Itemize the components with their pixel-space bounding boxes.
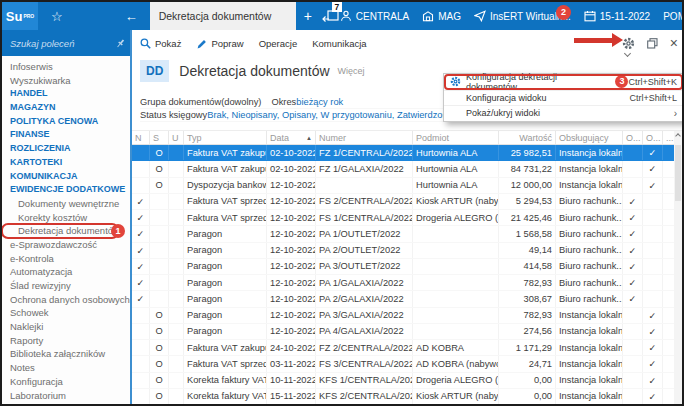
menu-item-konfiguracja-dekretacji-dokument-w[interactable]: Konfiguracja dekretacji dokumentów3Ctrl+… [444,74,683,90]
sidebar-item-konfiguracja[interactable]: Konfiguracja [2,375,132,389]
sidebar-item-dekretacja-dokument-w[interactable]: Dekretacja dokumentów1 [2,224,118,238]
table-row[interactable]: OFaktura VAT zakupu24-10-2022FZ 2/CENTRA… [132,340,682,356]
sidebar-item-lad-rewizyjny[interactable]: Ślad rewizyjny [2,279,132,293]
table-row[interactable]: ✓Paragon12-10-2022PA 1/OUTLET/20221 568,… [132,226,682,242]
column-header-obslugujacy[interactable]: Obsługujący [555,131,622,144]
sidebar-item-komunikacja[interactable]: KOMUNIKACJA [2,170,132,184]
sidebar-item-biblioteka-za-cznik-w[interactable]: Biblioteka załączników [2,347,132,361]
cell-data: 12-10-2022 [266,291,315,306]
back-arrow-icon[interactable]: ← [125,10,138,23]
app-logo[interactable]: SuPRO [2,2,38,30]
column-header-u[interactable]: U [168,131,183,144]
table-row[interactable]: ✓Paragon12-10-2022PA 3/OUTLET/2022414,58… [132,259,682,275]
table-row[interactable]: ✓Paragon12-10-2022PA 1/GALAXIA/2022782,9… [132,275,682,291]
column-header-numer[interactable]: Numer [315,131,412,144]
sidebar-item-ochrona-danych-osobowych[interactable]: Ochrona danych osobowych [2,293,132,307]
sidebar-item-e-kontrola[interactable]: e-Kontrola [2,252,132,266]
table-row[interactable]: ✓Paragon12-10-2022PA 2/GALAXIA/2022308,6… [132,291,682,307]
column-header-o1[interactable]: O... [622,131,642,144]
sidebar-item-finanse[interactable]: FINANSE [2,128,132,142]
pin-icon[interactable] [115,38,126,49]
column-header-wartosc[interactable]: Wartość [498,131,555,144]
menu-item-poka-ukryj-widoki[interactable]: Pokaż/ukryj widoki› [444,105,683,121]
column-header-podmiot[interactable]: Podmiot [412,131,498,144]
annotation-arrow [574,38,612,43]
toolbar: PokażPoprawOperacjeKomunikacja [132,30,682,56]
table-row[interactable]: ODyspozycja bankowa12-10-2022Hurtownia A… [132,178,682,194]
sidebar-item-ewidencje-dodatkowe[interactable]: EWIDENCJE DODATKOWE [2,183,132,197]
sidebar-item-magazyn[interactable]: MAGAZYN [2,101,132,115]
sessions-icon[interactable]: 7 [322,8,340,24]
table-row[interactable]: ✓Faktura VAT sprzedaży12-10-2022FS 1/CEN… [132,210,682,226]
vertical-scrollbar[interactable] [674,131,682,404]
scroll-up-icon[interactable] [675,133,681,139]
cell-n [132,324,149,339]
sidebar-item-dokumenty-wewn-trzne[interactable]: Dokumenty wewnętrzne [2,197,132,211]
table-row[interactable]: OFaktura VAT zakupu02-10-2022FZ 1/CENTRA… [132,145,682,161]
cell-o1: ✓ [622,210,642,225]
sidebar-item-wyszukiwarka[interactable]: Wyszukiwarka [2,74,132,88]
tab-dekretacja-dokumentow[interactable]: Dekretacja dokumentów [150,2,296,30]
sidebar-item-automatyzacja[interactable]: Automatyzacja [2,265,132,279]
sidebar-item-rozliczenia[interactable]: ROZLICZENIA [2,142,132,156]
filter-status-value[interactable]: Brak, Nieopisany, Opisany, W przygotowan… [207,109,459,121]
column-header-o2[interactable]: O... [642,131,662,144]
close-icon[interactable]: × [670,36,678,50]
column-header-n[interactable]: N [132,131,149,144]
sidebar-item-kartoteki[interactable]: KARTOTEKI [2,156,132,170]
table-row[interactable]: ✓Paragon12-10-2022PA 2/OUTLET/202249,14B… [132,243,682,259]
column-header-typ[interactable]: Typ [183,131,266,144]
cell-o1 [622,145,642,160]
cell-o2: ✓ [642,389,662,404]
help-menu[interactable]: POMOC [663,11,684,22]
column-header-dots[interactable]: ... [662,131,674,144]
sidebar-item-e-sprawozdawczo[interactable]: e-Sprawozdawczość [2,238,132,252]
column-header-label: Typ [187,133,202,143]
filter-group-label[interactable]: Grupa dokumentów [140,96,221,108]
toolbar-popraw-button[interactable]: Popraw [196,38,243,49]
filter-okres-label[interactable]: Okres [271,96,296,108]
cell-o1 [622,340,642,355]
menu-item-konfiguracja-widoku[interactable]: Konfiguracja widokuCtrl+Shift+L [444,90,683,106]
scrollbar-thumb[interactable] [675,145,681,201]
sidebar-item-handel[interactable]: HANDEL [2,87,132,101]
sidebar-item-raporty[interactable]: Raporty [2,334,132,348]
cell-numer: PA 1/GALAXIA/2022 [315,275,412,290]
date-menu[interactable]: 15-11-2022 [584,10,650,22]
sidebar-item-infoserwis[interactable]: Infoserwis [2,60,132,74]
title-more-link[interactable]: Więcej [338,66,365,76]
table-row[interactable]: OKorekta faktury VAT s...10-11-2022KFS 1… [132,373,682,389]
table-row[interactable]: ✓Faktura VAT sprzedaży12-10-2022FS 2/CEN… [132,194,682,210]
table-row[interactable]: OKorekta faktury VAT s...15-11-2022KFS 2… [132,389,682,405]
sidebar-item-schowek[interactable]: Schowek [2,306,132,320]
sidebar-item-notes[interactable]: Notes [2,361,132,375]
column-header-data[interactable]: Data▲ [266,131,315,144]
sidebar-item-polityka-cenowa[interactable]: POLITYKA CENOWA [2,115,132,129]
toolbar-poka-button[interactable]: Pokaż [140,38,181,49]
filter-status-label[interactable]: Status księgowy [140,109,207,121]
filter-okres-value[interactable]: bieżący rok [296,96,343,108]
filter-group-value[interactable]: (dowolny) [221,96,261,108]
sidebar-item-korekty-koszt-w[interactable]: Korekty kosztów [2,211,132,225]
menu-shortcut: Ctrl+Shift+L [629,93,677,103]
centrala-menu[interactable]: CENTRALA [340,10,409,22]
restore-window-icon[interactable] [647,38,658,49]
table-row[interactable]: OParagon12-10-2022PA 4/GALAXIA/2022274,5… [132,324,682,340]
toolbar-operacje-button[interactable]: Operacje [259,38,298,49]
table-row[interactable]: OFaktura VAT zakupu02-10-2022FZ 1/GALAXI… [132,161,682,177]
cell-s: O [149,356,168,371]
column-header-s[interactable]: S [149,131,168,144]
toolbar-komunikacja-button[interactable]: Komunikacja [312,38,366,49]
mag-menu[interactable]: MAG [422,10,461,22]
table-row[interactable]: OParagon12-10-2022PA 3/GALAXIA/2022782,9… [132,308,682,324]
command-search[interactable]: Szukaj poleceń [2,30,132,56]
new-tab-icon[interactable]: + [304,9,312,23]
cell-o1: ✓ [622,259,642,274]
table-row[interactable]: OFaktura VAT sprzedaży03-11-2022FS 3/CEN… [132,356,682,372]
gear-icon[interactable] [622,37,635,50]
sidebar-item-naklejki[interactable]: Naklejki [2,320,132,334]
cell-podmiot: AD KOBRA [412,340,498,355]
favorites-star-icon[interactable]: ☆ [51,10,63,23]
sidebar-item-laboratorium[interactable]: Laboratorium [2,389,132,403]
cell-podmiot [412,324,498,339]
